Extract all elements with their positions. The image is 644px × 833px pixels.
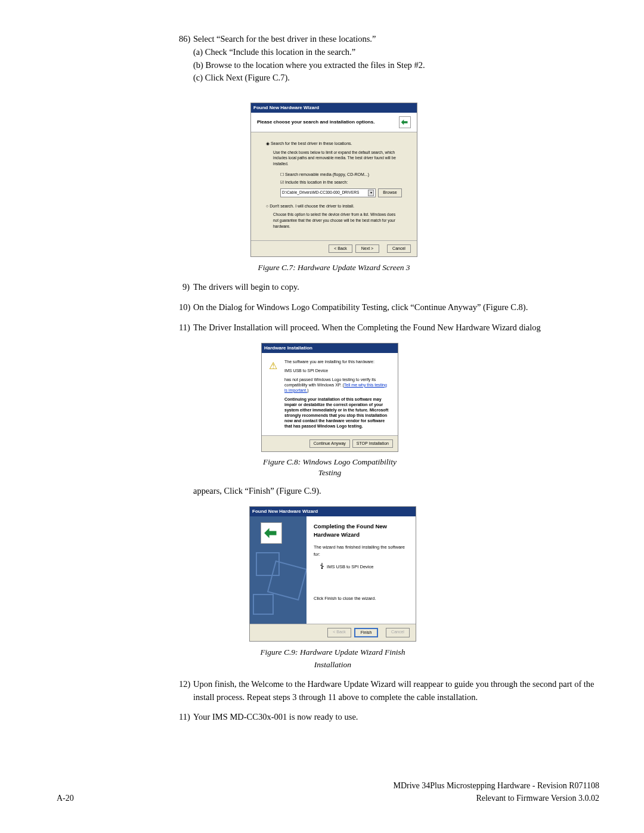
wizard-sidebar-image: [250, 516, 306, 624]
radio-dont-search[interactable]: ○ Don't search. I will choose the driver…: [266, 203, 402, 210]
step-number: 9): [179, 281, 193, 294]
step-11b: 11) Your IMS MD-CC30x-001 is now ready t…: [179, 711, 599, 724]
figure-c9: Found New Hardware Wizard Completing the…: [249, 506, 416, 671]
step-11a: 11) The Driver Installation will proceed…: [179, 321, 599, 335]
step-11-continuation: appears, Click “Finish” (Figure C.9).: [179, 485, 599, 498]
cancel-button[interactable]: Cancel: [387, 244, 411, 253]
complete-line2: Click Finish to close the wizard.: [314, 595, 408, 602]
step-text: Your IMS MD-CC30x-001 is now ready to us…: [193, 711, 599, 724]
step-text: Select “Search for the best driver in th…: [193, 33, 599, 46]
step-text: The drivers will begin to copy.: [193, 281, 599, 294]
step-text: The Driver Installation will proceed. Wh…: [193, 321, 599, 335]
step-text: On the Dialog for Windows Logo Compatibi…: [193, 301, 599, 314]
usb-icon: [318, 562, 326, 571]
figure-c7: Found New Hardware Wizard Please choose …: [250, 103, 417, 274]
wizard-dialog: Found New Hardware Wizard Please choose …: [250, 103, 417, 257]
step-number: 86): [179, 33, 193, 85]
step-number: 12): [179, 678, 193, 704]
wizard-titlebar: Found New Hardware Wizard: [250, 507, 416, 516]
step-number: 11): [179, 321, 193, 335]
figure-c7-caption: Figure C.7: Hardware Update Wizard Scree…: [250, 262, 417, 274]
figure-c9-caption: Figure C.9: Hardware Update Wizard Finis…: [249, 646, 416, 671]
step-text: Upon finish, the Welcome to the Hardware…: [193, 678, 599, 704]
substep-b: (b) Browse to the location where you ext…: [193, 59, 599, 72]
wizard-banner: Please choose your search and installati…: [251, 113, 417, 132]
check-include-location[interactable]: ☑ Include this location in the search:: [266, 179, 402, 186]
hint-2: Choose this option to select the device …: [266, 212, 402, 229]
cancel-button: Cancel: [386, 628, 410, 638]
wizard-buttons: < Back Finish Cancel: [250, 624, 416, 642]
chevron-down-icon[interactable]: ▾: [368, 190, 374, 196]
device-name: IMS USB to SPI Device: [284, 368, 391, 373]
finish-button[interactable]: Finish: [354, 628, 378, 638]
footer-right: MDrive 34Plus Microstepping Hardware - R…: [393, 779, 599, 804]
warning-bold: Continuing your installation of this sof…: [284, 397, 391, 429]
path-input[interactable]: D:\Cable_Drivers\MD-CC300-000_DRIVERS ▾: [280, 188, 376, 197]
back-button[interactable]: < Back: [329, 244, 352, 253]
stop-installation-button[interactable]: STOP Installation: [352, 439, 393, 448]
wizard-banner-text: Please choose your search and installati…: [257, 119, 374, 126]
wizard-icon: [399, 116, 411, 128]
step-9: 9) The drivers will begin to copy.: [179, 281, 599, 294]
complete-heading: Completing the Found New Hardware Wizard: [314, 522, 408, 540]
radio-search[interactable]: ◉ Search for the best driver in these lo…: [266, 141, 402, 147]
dialog-body: ⚠ The software you are installing for th…: [262, 353, 398, 435]
figure-c8-caption: Figure C.8: Windows Logo Compatibility T…: [261, 457, 398, 478]
substep-c: (c) Click Next (Figure C.7).: [193, 72, 599, 85]
browse-button[interactable]: Browse: [378, 188, 402, 197]
wizard-icon: [261, 522, 282, 544]
continue-anyway-button[interactable]: Continue Anyway: [309, 439, 350, 448]
wizard-buttons: < Back Next > Cancel: [251, 240, 417, 257]
check-removable[interactable]: ☐ Search removable media (floppy, CD-ROM…: [266, 172, 402, 178]
warning-icon: ⚠: [269, 359, 280, 370]
next-button[interactable]: Next >: [355, 244, 379, 253]
wizard-complete-body: Completing the Found New Hardware Wizard…: [306, 516, 416, 624]
wizard-body: ◉ Search for the best driver in these lo…: [251, 132, 417, 240]
step-number: 10): [179, 301, 193, 314]
svg-point-0: [321, 568, 323, 569]
hardware-install-dialog: Hardware Installation ⚠ The software you…: [261, 343, 398, 453]
wizard-complete-dialog: Found New Hardware Wizard Completing the…: [249, 506, 416, 642]
dialog-buttons: Continue Anyway STOP Installation: [262, 435, 398, 452]
complete-line1: The wizard has finished installing the s…: [314, 544, 408, 558]
dialog-titlebar: Hardware Installation: [262, 343, 398, 353]
step-number: 11): [179, 711, 193, 724]
substep-a: (a) Check “Include this location in the …: [193, 46, 599, 59]
step-86: 86) Select “Search for the best driver i…: [179, 33, 599, 85]
page-footer: A-20 MDrive 34Plus Microstepping Hardwar…: [57, 779, 599, 804]
step-10: 10) On the Dialog for Windows Logo Compa…: [179, 301, 599, 314]
hint-1: Use the check boxes below to limit or ex…: [266, 150, 402, 167]
wizard-titlebar: Found New Hardware Wizard: [251, 103, 417, 113]
page-number: A-20: [57, 792, 74, 804]
wizard-complete-content: Completing the Found New Hardware Wizard…: [250, 516, 416, 624]
figure-c8: Hardware Installation ⚠ The software you…: [261, 343, 398, 478]
back-button: < Back: [327, 628, 351, 638]
device-name: IMS USB to SPI Device: [327, 563, 373, 569]
dialog-text: The software you are installing for this…: [284, 359, 391, 429]
step-12: 12) Upon finish, the Welcome to the Hard…: [179, 678, 599, 704]
